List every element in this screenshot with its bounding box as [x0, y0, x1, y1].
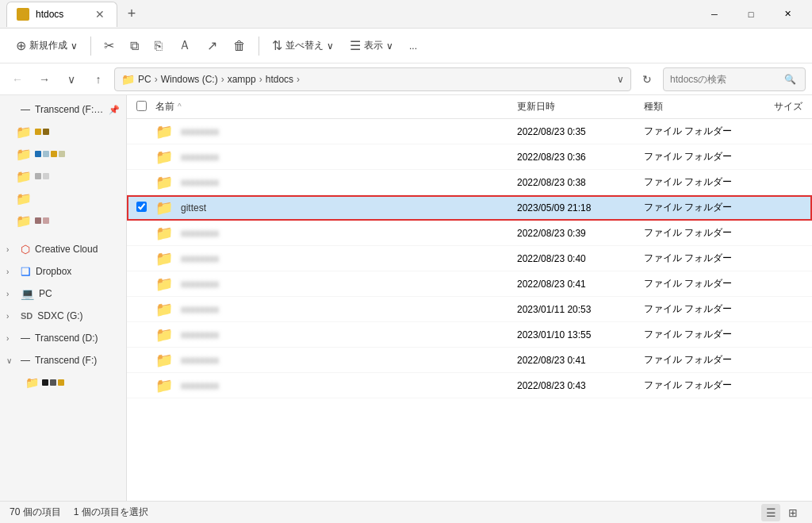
sidebar-item-transcend-top[interactable]: — Transcend (F:… 📌	[0, 98, 126, 121]
table-row[interactable]: 📁gittest2023/05/09 21:18ファイル フォルダー	[127, 195, 812, 221]
new-tab-button[interactable]: +	[121, 3, 143, 25]
status-total: 70 個の項目	[10, 506, 61, 519]
copy-button[interactable]: ⧉	[124, 35, 145, 57]
folder-thumbnail	[42, 379, 64, 386]
sidebar-item-label: PC	[39, 288, 120, 299]
view-label: 表示	[364, 39, 383, 52]
folder-icon: 📁	[155, 250, 173, 267]
more-button[interactable]: ...	[403, 37, 423, 56]
search-box[interactable]: 🔍	[663, 67, 806, 91]
row-date-col: 2022/08/23 0:41	[517, 279, 644, 290]
sort-button[interactable]: ⇅ 並べ替え ∨	[266, 34, 340, 57]
status-selected: 1 個の項目を選択	[74, 506, 148, 519]
table-row[interactable]: 📁xxxxxxxx2022/08/23 0:40ファイル フォルダー	[127, 246, 812, 271]
table-row[interactable]: 📁xxxxxxxx2023/01/11 20:53ファイル フォルダー	[127, 297, 812, 322]
sidebar: — Transcend (F:… 📌 📁 📁 📁	[0, 95, 127, 501]
recent-locations-button[interactable]: ∨	[60, 68, 82, 90]
table-row[interactable]: 📁xxxxxxxx2022/08/23 0:36ファイル フォルダー	[127, 144, 812, 170]
sidebar-subfolder-1[interactable]: 📁	[0, 371, 126, 394]
cut-button[interactable]: ✂	[98, 34, 121, 57]
row-name-col: 📁xxxxxxxx	[155, 123, 517, 140]
sidebar-item-sdxc[interactable]: › SD SDXC (G:)	[0, 305, 126, 327]
maximize-button[interactable]: □	[733, 2, 769, 27]
row-date-col: 2022/08/23 0:38	[517, 177, 644, 188]
file-list: 名前 ^ 更新日時 種類 サイズ 📁xxxxxxxx2022/08/23 0:3…	[127, 95, 812, 501]
table-row[interactable]: 📁xxxxxxxx2022/08/23 0:41ファイル フォルダー	[127, 271, 812, 297]
minimize-button[interactable]: ─	[696, 2, 733, 27]
file-name: xxxxxxxx	[181, 304, 219, 315]
sidebar-folder-1[interactable]: 📁	[0, 121, 126, 143]
row-name-col: 📁xxxxxxxx	[155, 301, 517, 318]
header-size-col: サイズ	[755, 100, 802, 113]
row-date-col: 2023/01/11 20:53	[517, 304, 644, 315]
window-controls: ─ □ ✕	[696, 2, 806, 27]
table-row[interactable]: 📁xxxxxxxx2022/08/23 0:43ファイル フォルダー	[127, 373, 812, 398]
sidebar-item-dropbox[interactable]: › ❑ Dropbox	[0, 260, 126, 283]
drive-icon: —	[21, 104, 30, 115]
file-name: gittest	[181, 202, 206, 213]
new-button[interactable]: ⊕ 新規作成 ∨	[10, 34, 84, 57]
row-type-col: ファイル フォルダー	[644, 226, 755, 240]
sidebar-folder-4[interactable]: 📁	[0, 187, 126, 210]
breadcrumb-drive[interactable]: Windows (C:)	[161, 74, 218, 85]
table-row[interactable]: 📁xxxxxxxx2023/01/10 13:55ファイル フォルダー	[127, 322, 812, 348]
sidebar-folder-2[interactable]: 📁	[0, 143, 126, 165]
sidebar-folder-3[interactable]: 📁	[0, 165, 126, 187]
address-bar: ← → ∨ ↑ 📁 PC › Windows (C:) › xampp › ht…	[0, 63, 812, 95]
folder-icon: 📁	[155, 377, 173, 394]
row-name-col: 📁xxxxxxxx	[155, 148, 517, 166]
sidebar-item-transcend-f[interactable]: ∨ — Transcend (F:)	[0, 349, 126, 371]
up-button[interactable]: ↑	[87, 68, 109, 90]
close-button[interactable]: ✕	[769, 2, 806, 27]
rename-button[interactable]: Ａ	[172, 33, 197, 58]
file-name: xxxxxxxx	[181, 329, 219, 340]
sidebar-item-transcend-d[interactable]: › — Transcend (D:)	[0, 327, 126, 349]
refresh-button[interactable]: ↻	[636, 68, 658, 90]
row-type-col: ファイル フォルダー	[644, 277, 755, 290]
table-row[interactable]: 📁xxxxxxxx2022/08/23 0:35ファイル フォルダー	[127, 119, 812, 144]
search-input[interactable]	[670, 74, 781, 85]
forward-button[interactable]: →	[33, 68, 56, 90]
file-name: xxxxxxxx	[181, 279, 219, 290]
paste-button[interactable]: ⎘	[148, 35, 169, 57]
table-row[interactable]: 📁xxxxxxxx2022/08/23 0:38ファイル フォルダー	[127, 170, 812, 195]
row-checkbox[interactable]	[136, 202, 147, 212]
delete-icon: 🗑	[233, 39, 246, 53]
list-view-button[interactable]: ☰	[761, 504, 780, 521]
breadcrumb-dropdown-button[interactable]: ∨	[617, 74, 624, 85]
row-date-col: 2022/08/23 0:40	[517, 253, 644, 264]
row-name-col: 📁xxxxxxxx	[155, 250, 517, 267]
sidebar-folder-5[interactable]: 📁	[0, 210, 126, 232]
back-button[interactable]: ←	[6, 68, 29, 90]
tab-folder-icon	[17, 8, 29, 21]
row-checkbox-col	[136, 202, 155, 214]
file-name: xxxxxxxx	[181, 152, 219, 163]
creative-cloud-icon: ⬡	[21, 243, 30, 256]
grid-view-button[interactable]: ⊞	[783, 504, 802, 521]
delete-button[interactable]: 🗑	[227, 35, 252, 57]
file-name: xxxxxxxx	[181, 355, 219, 366]
tab-close-button[interactable]: ✕	[93, 7, 107, 21]
active-tab[interactable]: htdocs ✕	[6, 2, 117, 27]
folder-icon: 📁	[16, 191, 32, 206]
file-rows-container: 📁xxxxxxxx2022/08/23 0:35ファイル フォルダー📁xxxxx…	[127, 119, 812, 398]
row-name-col: 📁xxxxxxxx	[155, 326, 517, 344]
breadcrumb-htdocs[interactable]: htdocs	[266, 74, 293, 85]
header-name-col[interactable]: 名前 ^	[155, 100, 517, 113]
breadcrumb-pc[interactable]: PC	[138, 74, 151, 85]
table-row[interactable]: 📁xxxxxxxx2022/08/23 0:39ファイル フォルダー	[127, 221, 812, 246]
sidebar-item-pc[interactable]: › 💻 PC	[0, 283, 126, 305]
row-date-col: 2023/01/10 13:55	[517, 329, 644, 340]
file-name: xxxxxxxx	[181, 126, 219, 137]
sidebar-item-creative-cloud[interactable]: › ⬡ Creative Cloud	[0, 238, 126, 260]
sidebar-item-label: Transcend (F:…	[35, 104, 104, 115]
select-all-checkbox[interactable]	[136, 101, 147, 111]
dropbox-icon: ❑	[21, 265, 31, 278]
sidebar-item-label: SDXC (G:)	[37, 310, 120, 321]
view-button[interactable]: ☰ 表示 ∨	[343, 34, 400, 57]
sidebar-item-label: Transcend (D:)	[35, 333, 120, 344]
share-button[interactable]: ↗	[201, 34, 224, 57]
table-row[interactable]: 📁xxxxxxxx2022/08/23 0:41ファイル フォルダー	[127, 348, 812, 373]
breadcrumb-xampp[interactable]: xampp	[228, 74, 256, 85]
breadcrumb[interactable]: 📁 PC › Windows (C:) › xampp › htdocs › ∨	[114, 67, 631, 91]
